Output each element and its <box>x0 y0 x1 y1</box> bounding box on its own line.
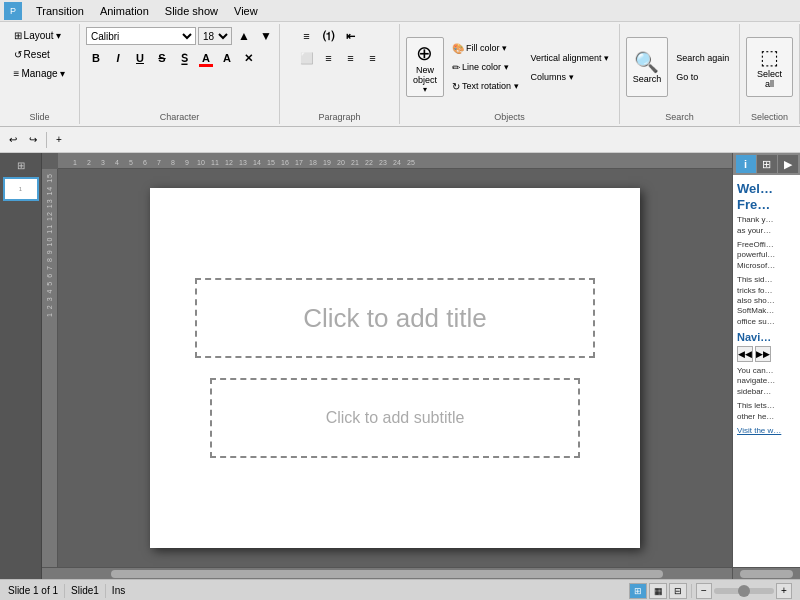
reset-button[interactable]: ↺ Reset <box>10 45 54 63</box>
slide-name: Slide1 <box>71 585 99 596</box>
manage-icon: ≡ <box>14 68 20 79</box>
tab3-button[interactable]: ▶ <box>778 155 798 173</box>
slide-ruler-toggle[interactable]: ⊞ <box>2 157 39 173</box>
zoom-slider[interactable] <box>714 588 774 594</box>
new-slide-button[interactable]: + <box>51 132 67 147</box>
ruler-horizontal: 1 2 3 4 5 6 7 8 9 10 11 12 13 14 15 16 1… <box>58 153 732 169</box>
slide-group-label: Slide <box>0 112 79 122</box>
text-rotation-icon: ↻ <box>452 81 460 92</box>
align-justify-button[interactable]: ≡ <box>363 48 383 68</box>
zoom-out-button[interactable]: − <box>696 583 712 599</box>
bold-button[interactable]: B <box>86 48 106 68</box>
font-size-field[interactable]: A <box>218 48 236 68</box>
redo-button[interactable]: ↪ <box>24 132 42 147</box>
status-sep2 <box>105 584 106 598</box>
clear-format-button[interactable]: ✕ <box>238 48 258 68</box>
columns-button[interactable]: Columns ▾ <box>527 68 614 86</box>
insert-mode: Ins <box>112 585 125 596</box>
sidebar-para3: This sid…tricks fo…also sho…SoftMak…offi… <box>737 275 796 327</box>
tab2-button[interactable]: ⊞ <box>757 155 777 173</box>
layout-button[interactable]: ⊞ Layout ▾ <box>10 26 66 44</box>
font-selector[interactable]: Calibri <box>86 27 196 45</box>
sidebar-para1: Thank y…as your… <box>737 215 796 236</box>
goto-button[interactable]: Go to <box>672 68 733 86</box>
sidebar-para2: FreeOffi…powerful…Microsof… <box>737 240 796 271</box>
align-center-button[interactable]: ≡ <box>319 48 339 68</box>
manage-button[interactable]: ≡ Manage ▾ <box>10 64 70 82</box>
numbered-list-button[interactable]: ⑴ <box>319 26 339 46</box>
title-placeholder[interactable]: Click to add title <box>195 278 595 358</box>
text-rotation-button[interactable]: ↻ Text rotation ▾ <box>448 77 523 95</box>
character-group-label: Character <box>80 112 279 122</box>
nav-next-button[interactable]: ▶▶ <box>755 346 771 362</box>
subtitle-placeholder-text: Click to add subtitle <box>326 409 465 427</box>
objects-group-label: Objects <box>400 112 619 122</box>
fill-color-button[interactable]: 🎨 Fill color ▾ <box>448 39 523 57</box>
text-color-button[interactable]: A <box>196 48 216 68</box>
menu-transition[interactable]: Transition <box>28 3 92 19</box>
h-scrollbar[interactable] <box>111 570 663 578</box>
search-group-label: Search <box>620 112 739 122</box>
sidebar-content: Wel…Fre… Thank y…as your… FreeOffi…power… <box>733 175 800 567</box>
subtitle-placeholder[interactable]: Click to add subtitle <box>210 378 580 458</box>
layout-icon: ⊞ <box>14 30 22 41</box>
slide-thumbnail-1[interactable]: 1 <box>3 177 39 201</box>
view-outline-button[interactable]: ▦ <box>649 583 667 599</box>
slide-canvas[interactable]: Click to add title Click to add subtitle <box>58 169 732 567</box>
align-right-button[interactable]: ≡ <box>341 48 361 68</box>
menu-view[interactable]: View <box>226 3 266 19</box>
search-button[interactable]: 🔍 Search <box>626 37 669 97</box>
new-object-icon: ⊕ <box>416 41 433 65</box>
selection-group-label: Selection <box>740 112 799 122</box>
sidebar-visit-link[interactable]: Visit the w… <box>737 426 796 435</box>
paragraph-group-label: Paragraph <box>280 112 399 122</box>
line-color-button[interactable]: ✏ Line color ▾ <box>448 58 523 76</box>
fill-color-icon: 🎨 <box>452 43 464 54</box>
nav-prev-button[interactable]: ◀◀ <box>737 346 753 362</box>
slide-info: Slide 1 of 1 <box>8 585 58 596</box>
search-icon: 🔍 <box>634 50 659 74</box>
shadow-button[interactable]: S̲ <box>174 48 194 68</box>
app-icon: P <box>4 2 22 20</box>
toolbar-sep1 <box>46 132 47 148</box>
vertical-align-button[interactable]: Vertical alignment ▾ <box>527 49 614 67</box>
underline-button[interactable]: U <box>130 48 150 68</box>
sidebar-title: Wel…Fre… <box>737 181 796 212</box>
font-size-selector[interactable]: 18 <box>198 27 232 45</box>
sidebar-scrollbar[interactable] <box>740 570 794 578</box>
view-normal-button[interactable]: ⊞ <box>629 583 647 599</box>
info-tab-button[interactable]: i <box>736 155 756 173</box>
select-all-button[interactable]: ⬚ Select all <box>746 37 793 97</box>
decrease-indent-button[interactable]: ⇤ <box>341 26 361 46</box>
ruler-vertical: 1 2 3 4 5 6 7 8 9 10 11 12 13 14 15 <box>42 169 58 567</box>
line-color-icon: ✏ <box>452 62 460 73</box>
sidebar-nav-text2: This lets…other he… <box>737 401 796 422</box>
undo-button[interactable]: ↩ <box>4 132 22 147</box>
slide-surface: Click to add title Click to add subtitle <box>150 188 640 548</box>
sidebar-nav-text: You can…navigate…sidebar… <box>737 366 796 397</box>
status-sep3 <box>691 584 692 598</box>
status-sep1 <box>64 584 65 598</box>
menu-animation[interactable]: Animation <box>92 3 157 19</box>
search-again-button[interactable]: Search again <box>672 49 733 67</box>
new-object-button[interactable]: ⊕ New object ▾ <box>406 37 444 97</box>
list-button[interactable]: ≡ <box>297 26 317 46</box>
menu-slideshow[interactable]: Slide show <box>157 3 226 19</box>
zoom-in-button[interactable]: + <box>776 583 792 599</box>
align-left-button[interactable]: ⬜ <box>297 48 317 68</box>
reset-icon: ↺ <box>14 49 22 60</box>
font-decrease-button[interactable]: ▼ <box>256 26 276 46</box>
view-notes-button[interactable]: ⊟ <box>669 583 687 599</box>
title-placeholder-text: Click to add title <box>303 303 487 334</box>
italic-button[interactable]: I <box>108 48 128 68</box>
sidebar-nav-title: Navi… <box>737 331 796 343</box>
status-bar: Slide 1 of 1 Slide1 Ins ⊞ ▦ ⊟ − + <box>0 579 800 600</box>
strikethrough-button[interactable]: S <box>152 48 172 68</box>
select-all-icon: ⬚ <box>760 45 779 69</box>
font-increase-button[interactable]: ▲ <box>234 26 254 46</box>
